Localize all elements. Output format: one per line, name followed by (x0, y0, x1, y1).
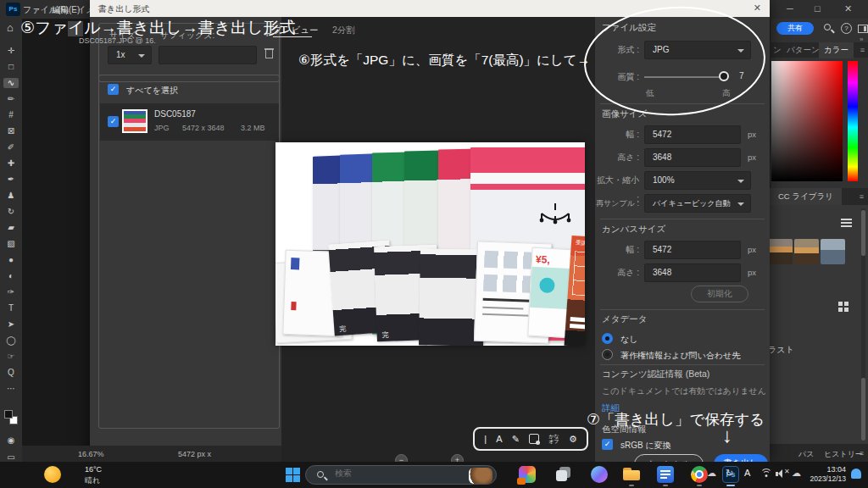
arrange-panel-icon[interactable] (858, 25, 868, 33)
clone-stamp-tool[interactable]: ♟ (3, 191, 19, 201)
sync-icon[interactable]: ↻ (726, 468, 733, 479)
ime-settings-icon[interactable]: ⚙ (569, 434, 577, 445)
ime-toolbar[interactable]: | A ✎ かな オフ ⚙ (473, 427, 588, 451)
move-tool[interactable]: ✛ (3, 46, 19, 56)
tab-patterns[interactable]: パターン (787, 45, 820, 56)
radio-none[interactable] (602, 333, 613, 344)
onedrive-cloud-icon[interactable]: ☁ (707, 468, 716, 479)
gradient-tool[interactable]: ▧ (3, 239, 19, 249)
reset-button[interactable]: 初期化 (691, 286, 748, 302)
healing-brush-tool[interactable]: ✚ (3, 158, 19, 169)
bottom-panel-menu-icon[interactable]: ≡ (860, 449, 864, 458)
panel-scrollbar[interactable] (861, 208, 865, 441)
ime-pen-icon[interactable]: ✎ (512, 434, 520, 445)
photos-app-icon[interactable] (519, 466, 536, 483)
canvas-height-input[interactable]: 3648 (644, 263, 741, 282)
hand-tool[interactable]: ☞ (3, 352, 19, 362)
search-input[interactable] (335, 469, 437, 478)
maximize-icon[interactable]: □ (815, 3, 821, 14)
eyedropper-tool[interactable]: ✐ (3, 142, 19, 152)
ime-latin-mode[interactable]: A (496, 434, 502, 444)
radio-copyright[interactable] (602, 349, 613, 360)
start-button[interactable] (286, 468, 300, 482)
zoom-level[interactable]: 16.67% (78, 450, 104, 458)
blur-tool[interactable]: ● (3, 255, 19, 265)
volume-muted-icon[interactable]: ✕ (776, 469, 789, 478)
task-view-icon[interactable] (555, 466, 572, 483)
width-input[interactable]: 5472 (644, 125, 741, 144)
metadata-title: メタデータ (602, 313, 647, 325)
weather-condition[interactable]: 晴れ (85, 475, 100, 486)
tray-chevron-icon[interactable]: ∧ (690, 469, 696, 477)
library-thumbnail[interactable] (794, 239, 819, 264)
quick-mask-icon[interactable]: ◉ (3, 435, 19, 446)
list-view-icon[interactable] (841, 219, 852, 229)
preview-image[interactable]: インテリア講座 練習問題 完 完 (275, 142, 585, 346)
ime-mode-indicator[interactable]: A (744, 468, 750, 478)
wifi-icon[interactable] (760, 469, 773, 479)
select-all-checkbox[interactable]: ✓ (108, 84, 119, 95)
metadata-none-label[interactable]: なし (620, 334, 637, 346)
quick-selection-tool[interactable]: ✏ (3, 94, 19, 104)
grid-view-icon[interactable] (838, 302, 849, 313)
srgb-checkbox[interactable]: ✓ (602, 439, 613, 450)
resample-dropdown[interactable]: バイキュービック自動 (644, 194, 751, 213)
lasso-tool[interactable]: ∿ (3, 78, 19, 88)
tab-2up[interactable]: 2分割 (332, 25, 355, 36)
search-box[interactable] (305, 465, 497, 485)
search-icon[interactable] (824, 24, 831, 30)
path-select-tool[interactable]: ➤ (3, 319, 19, 330)
foreground-color-swatch[interactable] (4, 410, 13, 419)
library-menu-icon[interactable]: ≡ (860, 192, 864, 201)
canvas-width-input[interactable]: 5472 (644, 241, 741, 259)
file-checkbox[interactable]: ✓ (108, 116, 119, 127)
brush-tool[interactable]: ✒ (3, 175, 19, 185)
size-scale-dropdown[interactable]: 1x (108, 46, 152, 64)
home-icon[interactable]: ⌂ (7, 21, 14, 34)
dodge-tool[interactable]: ◐ (3, 271, 19, 281)
file-explorer-icon[interactable] (623, 466, 640, 483)
weather-icon[interactable] (44, 466, 61, 483)
share-button[interactable]: 共有 (776, 22, 814, 35)
notification-bell-icon[interactable] (851, 469, 861, 479)
delete-size-icon[interactable] (264, 47, 274, 58)
hue-slider[interactable] (848, 61, 858, 181)
library-thumbnail[interactable] (821, 239, 845, 264)
ime-pad-icon[interactable] (529, 434, 539, 444)
scale-dropdown[interactable]: 100% (644, 171, 751, 190)
library-thumbnail[interactable] (768, 239, 793, 264)
history-brush-tool[interactable]: ↻ (3, 207, 19, 217)
more-tools[interactable]: ⋯ (3, 384, 19, 394)
clock-date[interactable]: 2023/12/13 (800, 474, 846, 483)
annotation-ellipse (581, 3, 768, 119)
height-input[interactable]: 3648 (644, 148, 741, 167)
menu-edit[interactable]: 編集(E) (52, 4, 80, 16)
tab-paths[interactable]: パス (798, 449, 814, 460)
clock-time[interactable]: 13:04 (810, 465, 846, 474)
metadata-copyright-label[interactable]: 著作権情報および問い合わせ先 (620, 350, 740, 362)
minimize-icon[interactable]: ─ (787, 3, 793, 14)
file-list-item[interactable]: ✓ DSC05187 JPG 5472 x 3648 3.2 MB (100, 103, 279, 141)
weather-temperature[interactable]: 16°C (85, 465, 102, 474)
suffix-input[interactable] (159, 46, 257, 64)
zoom-tool[interactable]: Q (3, 368, 19, 378)
pen-tool[interactable]: ✑ (3, 287, 19, 297)
type-tool[interactable]: T (3, 303, 19, 313)
help-icon[interactable]: ? (841, 23, 852, 34)
tab-gradients-partial[interactable]: ン (773, 45, 782, 56)
marquee-tool[interactable]: □ (3, 62, 19, 72)
crop-tool[interactable]: # (3, 110, 19, 120)
ime-kana-toggle[interactable]: かな オフ (548, 434, 559, 445)
close-window-icon[interactable]: ✕ (844, 3, 852, 14)
color-field[interactable] (771, 61, 843, 181)
frame-tool[interactable]: ⊠ (3, 126, 19, 136)
eraser-tool[interactable]: ▰ (3, 223, 19, 233)
tab-history[interactable]: ヒストリー (824, 449, 863, 460)
shape-tool[interactable]: ◯ (3, 336, 19, 346)
copilot-icon[interactable] (591, 466, 608, 483)
tab-cc-libraries[interactable]: CC ライブラリ (770, 188, 842, 205)
tab-color[interactable]: カラー (819, 42, 854, 58)
panel-menu-icon[interactable]: ≡ (860, 46, 865, 54)
srgb-label[interactable]: sRGB に変換 (620, 440, 671, 452)
notes-app-icon[interactable] (657, 466, 674, 483)
